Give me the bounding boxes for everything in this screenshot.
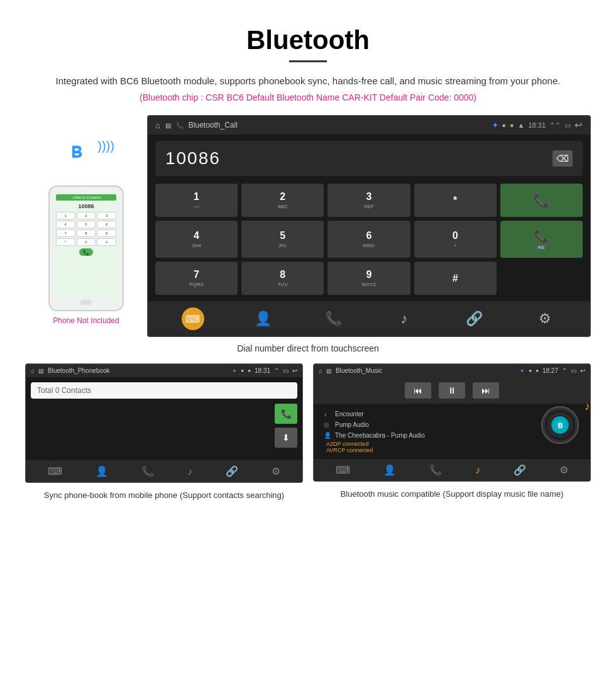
mu-expand: ⌃ xyxy=(562,367,567,374)
pb-bottom-music[interactable]: ♪ xyxy=(187,466,192,477)
phone-key-3[interactable]: 3 xyxy=(97,212,116,219)
dial-display: 10086 ⌫ xyxy=(155,141,583,176)
phonebook-status-bar: ⌂ ▤ Bluetooth_Phonebook ✦ ● ● 18:31 ⌃ ▭ … xyxy=(26,364,302,377)
expand-icon: ⌃⌃ xyxy=(549,121,561,130)
music-item: ⌂ ▤ Bluetooth_Music ✦ ● ● 18:27 ⌃ ▭ ↩ ⏮ … xyxy=(313,363,591,502)
phone-bottom-buttons: 📞 xyxy=(79,248,93,256)
pb-home-icon: ⌂ xyxy=(31,367,35,374)
back-icon[interactable]: ↩ xyxy=(575,119,583,131)
music-note-decoration: ♪ xyxy=(585,400,590,413)
phone-icon[interactable]: 📞 xyxy=(322,307,345,330)
phonebook-item: ⌂ ▤ Bluetooth_Phonebook ✦ ● ● 18:31 ⌃ ▭ … xyxy=(25,363,303,502)
pb-bottom-dialpad[interactable]: ⌨ xyxy=(48,465,62,477)
signal-dot1: ● xyxy=(502,121,506,129)
mu-bottom-link[interactable]: 🔗 xyxy=(514,464,526,476)
pb-bottom-phone[interactable]: 📞 xyxy=(141,465,154,477)
vinyl-area: ʙ ♪ xyxy=(541,406,585,450)
sim-icon: ▤ xyxy=(165,122,171,129)
signal-dot2: ● xyxy=(510,121,514,129)
call-button[interactable]: 📞 xyxy=(500,184,583,217)
key-7[interactable]: 7PQRS xyxy=(155,262,238,295)
connection-status: A2DP connected AVRCP connected xyxy=(324,441,536,453)
vinyl-disc: ʙ xyxy=(541,406,579,444)
track-area: ♪ Encounter ◎ Pump Audio 👤 The Cheebacab… xyxy=(314,404,590,459)
phone-screen: + Add to Contacts 10086 1 2 3 4 5 6 7 8 … xyxy=(53,192,119,297)
prev-button[interactable]: ⏮ xyxy=(405,382,431,399)
dialpad-icon[interactable]: ⌨ xyxy=(182,307,204,330)
mu-bottom-settings[interactable]: ⚙ xyxy=(559,464,568,476)
mu-bottom-music[interactable]: ♪ xyxy=(475,465,480,476)
phone-key-7[interactable]: 7 xyxy=(56,230,75,237)
subtitle-text: Integrated with BC6 Bluetooth module, su… xyxy=(0,74,616,92)
key-6[interactable]: 6MNO xyxy=(327,221,410,258)
phone-key-0[interactable]: 0 xyxy=(77,238,96,246)
music-app-name: Bluetooth_Music xyxy=(336,367,516,374)
next-button[interactable]: ⏭ xyxy=(473,382,499,399)
phone-status-icon: 📞 xyxy=(176,122,184,129)
phone-key-5[interactable]: 5 xyxy=(77,221,96,228)
pb-back[interactable]: ↩ xyxy=(292,367,297,374)
pb-time: 18:31 xyxy=(255,367,270,374)
phone-key-1[interactable]: 1 xyxy=(56,212,75,219)
avrcp-status: AVRCP connected xyxy=(326,447,536,453)
track-1-icon: ♪ xyxy=(324,411,331,418)
phone-side: ʙ )))) + Add to Contacts 10086 1 2 3 4 5… xyxy=(25,115,147,325)
key-8[interactable]: 8TUV xyxy=(241,262,324,295)
wifi-waves-icon: )))) xyxy=(97,139,114,153)
mu-home-icon: ⌂ xyxy=(319,367,322,374)
key-5[interactable]: 5JKL xyxy=(241,221,324,258)
key-9[interactable]: 9WXYZ xyxy=(327,262,410,295)
phone-key-6[interactable]: 6 xyxy=(97,221,116,228)
phone-key-hash[interactable]: # xyxy=(97,238,116,246)
pb-bottom-contacts[interactable]: 👤 xyxy=(96,465,108,477)
play-pause-button[interactable]: ⏸ xyxy=(439,382,465,399)
key-2[interactable]: 2ABC xyxy=(241,184,324,217)
contacts-icon[interactable]: 👤 xyxy=(252,307,275,330)
track-2-icon: ◎ xyxy=(324,421,331,428)
music-icon[interactable]: ♪ xyxy=(393,307,415,330)
dial-app-name: Bluetooth_Call xyxy=(189,121,487,130)
phonebook-app-name: Bluetooth_Phonebook xyxy=(48,367,228,374)
pb-bottom-settings[interactable]: ⚙ xyxy=(272,465,280,477)
recall-button[interactable]: 📞RE xyxy=(500,221,583,258)
phone-key-4[interactable]: 4 xyxy=(56,221,75,228)
key-1[interactable]: 1○○ xyxy=(155,184,238,217)
key-hash[interactable]: # xyxy=(414,262,497,295)
phonebook-actions: 📞 ⬇ xyxy=(26,404,302,460)
music-caption: Bluetooth music compatible (Support disp… xyxy=(341,488,564,501)
mu-bottom-phone[interactable]: 📞 xyxy=(429,464,442,476)
phonebook-download-button[interactable]: ⬇ xyxy=(275,428,297,448)
music-status-bar: ⌂ ▤ Bluetooth_Music ✦ ● ● 18:27 ⌃ ▭ ↩ xyxy=(314,364,590,377)
phone-key-9[interactable]: 9 xyxy=(97,230,116,237)
pb-bottom-link[interactable]: 🔗 xyxy=(226,465,238,477)
phone-call-button[interactable]: 📞 xyxy=(79,248,93,256)
backspace-button[interactable]: ⌫ xyxy=(553,150,573,167)
mu-bottom-contacts[interactable]: 👤 xyxy=(383,464,396,476)
dial-bottom-bar: ⌨ 👤 📞 ♪ 🔗 ⚙ xyxy=(148,301,590,336)
dial-caption: Dial number direct from touchscreen xyxy=(0,343,616,353)
settings-icon[interactable]: ⚙ xyxy=(534,307,556,330)
bluetooth-status-icon: ✦ xyxy=(492,121,498,130)
mu-bottom-dialpad[interactable]: ⌨ xyxy=(336,464,350,476)
key-star[interactable]: * xyxy=(414,184,497,217)
track-1: ♪ Encounter xyxy=(324,409,536,419)
phonebook-call-button[interactable]: 📞 xyxy=(275,404,297,424)
phonebook-search-bar[interactable]: Total 0 Contacts xyxy=(31,382,297,399)
key-3[interactable]: 3DEF xyxy=(327,184,410,217)
link-icon[interactable]: 🔗 xyxy=(463,307,486,330)
home-icon: ⌂ xyxy=(155,121,160,130)
key-0[interactable]: 0+ xyxy=(414,221,497,258)
phone-key-8[interactable]: 8 xyxy=(77,230,96,237)
phone-mockup: + Add to Contacts 10086 1 2 3 4 5 6 7 8 … xyxy=(48,185,124,311)
clock-display: 18:31 xyxy=(528,121,546,129)
phone-key-star[interactable]: * xyxy=(56,238,75,246)
mu-back[interactable]: ↩ xyxy=(580,367,585,374)
title-divider xyxy=(289,60,327,62)
signal-arrow: ▲ xyxy=(518,121,525,129)
key-4[interactable]: 4GHI xyxy=(155,221,238,258)
phone-key-2[interactable]: 2 xyxy=(77,212,96,219)
music-screen: ⌂ ▤ Bluetooth_Music ✦ ● ● 18:27 ⌃ ▭ ↩ ⏮ … xyxy=(313,363,591,482)
phone-home-button[interactable] xyxy=(80,300,92,305)
pb-window: ▭ xyxy=(283,367,289,374)
bottom-screenshots: ⌂ ▤ Bluetooth_Phonebook ✦ ● ● 18:31 ⌃ ▭ … xyxy=(0,363,616,502)
